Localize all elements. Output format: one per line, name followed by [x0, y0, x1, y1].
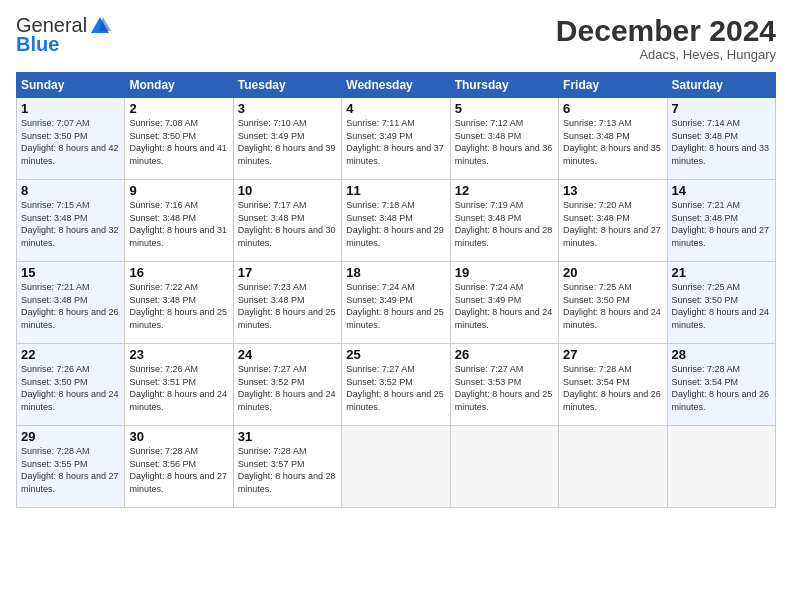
calendar-cell: 14Sunrise: 7:21 AMSunset: 3:48 PMDayligh…: [667, 180, 775, 262]
day-number: 21: [672, 265, 771, 280]
calendar-cell: 12Sunrise: 7:19 AMSunset: 3:48 PMDayligh…: [450, 180, 558, 262]
calendar-week-2: 8Sunrise: 7:15 AMSunset: 3:48 PMDaylight…: [17, 180, 776, 262]
calendar-table: SundayMondayTuesdayWednesdayThursdayFrid…: [16, 72, 776, 508]
calendar-week-3: 15Sunrise: 7:21 AMSunset: 3:48 PMDayligh…: [17, 262, 776, 344]
logo-icon: [89, 15, 111, 37]
weekday-header-sunday: Sunday: [17, 73, 125, 98]
day-number: 24: [238, 347, 337, 362]
day-detail: Sunrise: 7:26 AMSunset: 3:50 PMDaylight:…: [21, 363, 120, 413]
page-header: General Blue December 2024 Adacs, Heves,…: [16, 14, 776, 62]
calendar-cell: 19Sunrise: 7:24 AMSunset: 3:49 PMDayligh…: [450, 262, 558, 344]
day-detail: Sunrise: 7:24 AMSunset: 3:49 PMDaylight:…: [455, 281, 554, 331]
calendar-cell: 30Sunrise: 7:28 AMSunset: 3:56 PMDayligh…: [125, 426, 233, 508]
day-detail: Sunrise: 7:28 AMSunset: 3:54 PMDaylight:…: [563, 363, 662, 413]
day-number: 23: [129, 347, 228, 362]
weekday-header-saturday: Saturday: [667, 73, 775, 98]
calendar-cell: [342, 426, 450, 508]
month-title: December 2024: [556, 14, 776, 47]
day-number: 25: [346, 347, 445, 362]
calendar-cell: 2Sunrise: 7:08 AMSunset: 3:50 PMDaylight…: [125, 98, 233, 180]
day-detail: Sunrise: 7:12 AMSunset: 3:48 PMDaylight:…: [455, 117, 554, 167]
calendar-cell: [450, 426, 558, 508]
day-number: 12: [455, 183, 554, 198]
day-number: 15: [21, 265, 120, 280]
calendar-cell: 5Sunrise: 7:12 AMSunset: 3:48 PMDaylight…: [450, 98, 558, 180]
calendar-cell: 21Sunrise: 7:25 AMSunset: 3:50 PMDayligh…: [667, 262, 775, 344]
day-number: 29: [21, 429, 120, 444]
day-detail: Sunrise: 7:10 AMSunset: 3:49 PMDaylight:…: [238, 117, 337, 167]
day-detail: Sunrise: 7:14 AMSunset: 3:48 PMDaylight:…: [672, 117, 771, 167]
weekday-header-monday: Monday: [125, 73, 233, 98]
day-number: 10: [238, 183, 337, 198]
day-number: 17: [238, 265, 337, 280]
day-detail: Sunrise: 7:07 AMSunset: 3:50 PMDaylight:…: [21, 117, 120, 167]
calendar-cell: 15Sunrise: 7:21 AMSunset: 3:48 PMDayligh…: [17, 262, 125, 344]
day-detail: Sunrise: 7:11 AMSunset: 3:49 PMDaylight:…: [346, 117, 445, 167]
calendar-cell: 27Sunrise: 7:28 AMSunset: 3:54 PMDayligh…: [559, 344, 667, 426]
day-number: 31: [238, 429, 337, 444]
day-detail: Sunrise: 7:17 AMSunset: 3:48 PMDaylight:…: [238, 199, 337, 249]
calendar-cell: 18Sunrise: 7:24 AMSunset: 3:49 PMDayligh…: [342, 262, 450, 344]
calendar-cell: 9Sunrise: 7:16 AMSunset: 3:48 PMDaylight…: [125, 180, 233, 262]
title-block: December 2024 Adacs, Heves, Hungary: [556, 14, 776, 62]
calendar-cell: 6Sunrise: 7:13 AMSunset: 3:48 PMDaylight…: [559, 98, 667, 180]
calendar-cell: 13Sunrise: 7:20 AMSunset: 3:48 PMDayligh…: [559, 180, 667, 262]
day-number: 30: [129, 429, 228, 444]
day-number: 11: [346, 183, 445, 198]
calendar-cell: 1Sunrise: 7:07 AMSunset: 3:50 PMDaylight…: [17, 98, 125, 180]
day-detail: Sunrise: 7:21 AMSunset: 3:48 PMDaylight:…: [672, 199, 771, 249]
calendar-week-5: 29Sunrise: 7:28 AMSunset: 3:55 PMDayligh…: [17, 426, 776, 508]
day-detail: Sunrise: 7:27 AMSunset: 3:52 PMDaylight:…: [346, 363, 445, 413]
day-detail: Sunrise: 7:21 AMSunset: 3:48 PMDaylight:…: [21, 281, 120, 331]
day-detail: Sunrise: 7:25 AMSunset: 3:50 PMDaylight:…: [563, 281, 662, 331]
day-number: 9: [129, 183, 228, 198]
day-number: 16: [129, 265, 228, 280]
day-detail: Sunrise: 7:28 AMSunset: 3:55 PMDaylight:…: [21, 445, 120, 495]
weekday-header-friday: Friday: [559, 73, 667, 98]
calendar-cell: 17Sunrise: 7:23 AMSunset: 3:48 PMDayligh…: [233, 262, 341, 344]
weekday-header-wednesday: Wednesday: [342, 73, 450, 98]
calendar-cell: 24Sunrise: 7:27 AMSunset: 3:52 PMDayligh…: [233, 344, 341, 426]
calendar-cell: 23Sunrise: 7:26 AMSunset: 3:51 PMDayligh…: [125, 344, 233, 426]
day-number: 20: [563, 265, 662, 280]
weekday-header-thursday: Thursday: [450, 73, 558, 98]
day-detail: Sunrise: 7:25 AMSunset: 3:50 PMDaylight:…: [672, 281, 771, 331]
day-detail: Sunrise: 7:20 AMSunset: 3:48 PMDaylight:…: [563, 199, 662, 249]
logo-blue-text: Blue: [16, 33, 59, 56]
day-number: 1: [21, 101, 120, 116]
calendar-cell: 28Sunrise: 7:28 AMSunset: 3:54 PMDayligh…: [667, 344, 775, 426]
calendar-cell: 3Sunrise: 7:10 AMSunset: 3:49 PMDaylight…: [233, 98, 341, 180]
day-detail: Sunrise: 7:27 AMSunset: 3:53 PMDaylight:…: [455, 363, 554, 413]
day-number: 18: [346, 265, 445, 280]
day-detail: Sunrise: 7:19 AMSunset: 3:48 PMDaylight:…: [455, 199, 554, 249]
weekday-header-tuesday: Tuesday: [233, 73, 341, 98]
logo: General Blue: [16, 14, 111, 56]
day-detail: Sunrise: 7:16 AMSunset: 3:48 PMDaylight:…: [129, 199, 228, 249]
calendar-cell: 8Sunrise: 7:15 AMSunset: 3:48 PMDaylight…: [17, 180, 125, 262]
calendar-cell: 26Sunrise: 7:27 AMSunset: 3:53 PMDayligh…: [450, 344, 558, 426]
day-detail: Sunrise: 7:26 AMSunset: 3:51 PMDaylight:…: [129, 363, 228, 413]
day-number: 5: [455, 101, 554, 116]
calendar-cell: 25Sunrise: 7:27 AMSunset: 3:52 PMDayligh…: [342, 344, 450, 426]
day-detail: Sunrise: 7:13 AMSunset: 3:48 PMDaylight:…: [563, 117, 662, 167]
day-detail: Sunrise: 7:15 AMSunset: 3:48 PMDaylight:…: [21, 199, 120, 249]
calendar-cell: 29Sunrise: 7:28 AMSunset: 3:55 PMDayligh…: [17, 426, 125, 508]
calendar-week-1: 1Sunrise: 7:07 AMSunset: 3:50 PMDaylight…: [17, 98, 776, 180]
day-number: 13: [563, 183, 662, 198]
calendar-cell: 16Sunrise: 7:22 AMSunset: 3:48 PMDayligh…: [125, 262, 233, 344]
weekday-header-row: SundayMondayTuesdayWednesdayThursdayFrid…: [17, 73, 776, 98]
calendar-cell: [559, 426, 667, 508]
calendar-cell: 22Sunrise: 7:26 AMSunset: 3:50 PMDayligh…: [17, 344, 125, 426]
day-detail: Sunrise: 7:27 AMSunset: 3:52 PMDaylight:…: [238, 363, 337, 413]
subtitle: Adacs, Heves, Hungary: [556, 47, 776, 62]
day-number: 4: [346, 101, 445, 116]
day-number: 8: [21, 183, 120, 198]
calendar-cell: 20Sunrise: 7:25 AMSunset: 3:50 PMDayligh…: [559, 262, 667, 344]
calendar-cell: 7Sunrise: 7:14 AMSunset: 3:48 PMDaylight…: [667, 98, 775, 180]
day-detail: Sunrise: 7:23 AMSunset: 3:48 PMDaylight:…: [238, 281, 337, 331]
day-number: 19: [455, 265, 554, 280]
day-number: 28: [672, 347, 771, 362]
calendar-week-4: 22Sunrise: 7:26 AMSunset: 3:50 PMDayligh…: [17, 344, 776, 426]
day-number: 6: [563, 101, 662, 116]
page-container: General Blue December 2024 Adacs, Heves,…: [0, 0, 792, 518]
